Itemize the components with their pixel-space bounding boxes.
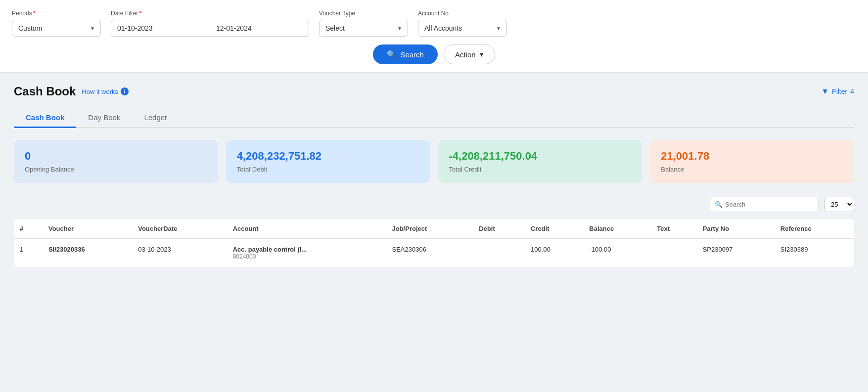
account-no-select-wrapper: All Accounts Cash Bank [418, 20, 507, 37]
account-code: 8024000 [233, 253, 380, 260]
col-job-project: Job/Project [386, 219, 473, 239]
voucher-type-label: Voucher Type [319, 10, 408, 17]
voucher-type-select-wrapper: Select Payment Receipt Journal [319, 20, 408, 37]
filter-label: Filter [832, 87, 847, 95]
opening-balance-value: 0 [25, 150, 207, 163]
page-size-select[interactable]: 25 50 100 [824, 197, 854, 212]
date-filter-label: Date Filter* [111, 10, 309, 17]
balance-label: Balance [661, 166, 843, 173]
voucher-type-select[interactable]: Select Payment Receipt Journal [319, 20, 408, 37]
col-debit: Debit [473, 219, 525, 239]
filter-count: 4 [850, 87, 854, 95]
table-search-icon: 🔍 [715, 201, 723, 208]
col-reference: Reference [775, 219, 854, 239]
action-row: 🔍 Search Action ▾ [12, 44, 856, 64]
top-bar: Periods* Custom This Month Last Month Th… [0, 0, 868, 73]
col-account: Account [227, 219, 386, 239]
col-party-no: Party No [697, 219, 775, 239]
table-row[interactable]: 1 SI/23020336 03-10-2023 Acc. payable co… [14, 239, 854, 267]
table-header-row: # Voucher VoucherDate Account Job/Projec… [14, 219, 854, 239]
chevron-down-icon: ▾ [480, 50, 484, 59]
info-icon: i [121, 87, 129, 95]
periods-select-wrapper: Custom This Month Last Month This Year [12, 20, 101, 37]
total-credit-label: Total Credit [449, 166, 632, 173]
periods-required: * [33, 10, 36, 17]
date-filter-group: Date Filter* [111, 10, 309, 37]
row-voucher: SI/23020336 [43, 239, 132, 267]
col-voucher: Voucher [43, 219, 132, 239]
action-button-label: Action [455, 50, 476, 59]
card-total-credit: -4,208,211,750.04 Total Credit [438, 140, 642, 183]
table-controls: 🔍 25 50 100 [14, 197, 854, 212]
date-range [111, 20, 309, 37]
search-button-label: Search [400, 50, 424, 59]
row-num: 1 [14, 239, 43, 267]
col-num: # [14, 219, 43, 239]
table-search-input[interactable] [710, 197, 819, 212]
tabs: Cash Book Day Book Ledger [14, 108, 854, 128]
periods-group: Periods* Custom This Month Last Month Th… [12, 10, 101, 37]
filter-row: Periods* Custom This Month Last Month Th… [12, 10, 856, 37]
data-table: # Voucher VoucherDate Account Job/Projec… [14, 219, 854, 267]
row-text [651, 239, 696, 267]
total-credit-value: -4,208,211,750.04 [449, 150, 632, 163]
voucher-type-group: Voucher Type Select Payment Receipt Jour… [319, 10, 408, 37]
col-voucher-date: VoucherDate [132, 219, 227, 239]
summary-cards: 0 Opening Balance 4,208,232,751.82 Total… [14, 140, 854, 183]
account-no-label: Account No [418, 10, 507, 17]
how-it-works-link[interactable]: How it works i [82, 87, 129, 95]
col-text: Text [651, 219, 696, 239]
row-account: Acc. payable control (I... 8024000 [227, 239, 386, 267]
tab-day-book[interactable]: Day Book [76, 108, 132, 128]
page-header: Cash Book How it works i ▼ Filter 4 [14, 85, 854, 98]
page-title-row: Cash Book How it works i [14, 85, 129, 98]
total-debit-value: 4,208,232,751.82 [237, 150, 419, 163]
opening-balance-label: Opening Balance [25, 166, 207, 173]
col-credit: Credit [525, 219, 583, 239]
date-required: * [139, 10, 141, 17]
account-no-group: Account No All Accounts Cash Bank [418, 10, 507, 37]
table-search-wrapper: 🔍 [710, 197, 819, 212]
tab-ledger[interactable]: Ledger [132, 108, 179, 128]
periods-label: Periods* [12, 10, 101, 17]
row-balance: -100.00 [583, 239, 651, 267]
tab-cash-book[interactable]: Cash Book [14, 108, 76, 128]
date-to-input[interactable] [210, 20, 309, 37]
account-name: Acc. payable control (I... [233, 246, 380, 253]
periods-select[interactable]: Custom This Month Last Month This Year [12, 20, 101, 37]
row-debit [473, 239, 525, 267]
action-button[interactable]: Action ▾ [444, 44, 495, 64]
search-icon: 🔍 [387, 50, 396, 59]
filter-badge[interactable]: ▼ Filter 4 [821, 87, 854, 96]
filter-funnel-icon: ▼ [821, 87, 829, 96]
row-reference: SI230389 [775, 239, 854, 267]
row-party-no: SP230097 [697, 239, 775, 267]
row-job-project: SEA230306 [386, 239, 473, 267]
search-button[interactable]: 🔍 Search [373, 44, 438, 64]
main-content: Cash Book How it works i ▼ Filter 4 Cash… [0, 73, 868, 279]
row-voucher-date: 03-10-2023 [132, 239, 227, 267]
card-total-debit: 4,208,232,751.82 Total Debit [226, 140, 430, 183]
balance-value: 21,001.78 [661, 150, 843, 163]
total-debit-label: Total Debit [237, 166, 419, 173]
account-no-select[interactable]: All Accounts Cash Bank [418, 20, 507, 37]
col-balance: Balance [583, 219, 651, 239]
page-title: Cash Book [14, 85, 76, 98]
date-from-input[interactable] [111, 20, 210, 37]
card-opening-balance: 0 Opening Balance [14, 140, 218, 183]
how-it-works-label: How it works [82, 88, 118, 95]
card-balance: 21,001.78 Balance [650, 140, 854, 183]
row-credit: 100.00 [525, 239, 583, 267]
